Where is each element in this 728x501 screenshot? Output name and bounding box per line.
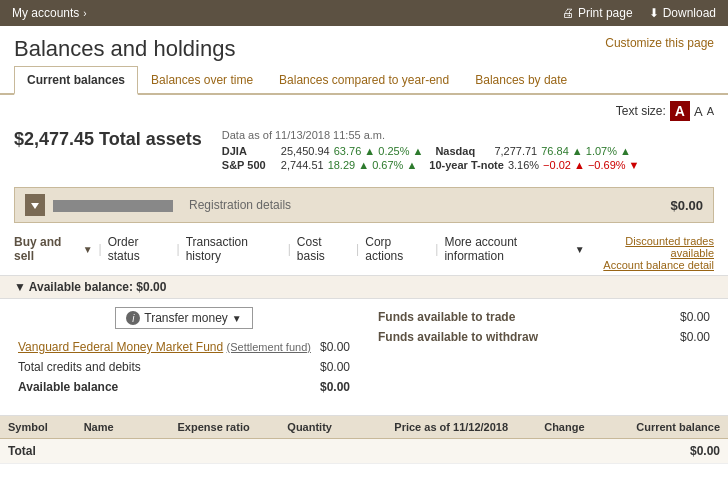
download-link[interactable]: ⬇ Download [649, 6, 716, 20]
fund-row: Vanguard Federal Money Market Fund (Sett… [14, 337, 354, 357]
more-info-arrow-icon: ▼ [575, 244, 585, 255]
text-size-small-btn[interactable]: A [707, 105, 714, 117]
nasdaq-label: Nasdaq [435, 145, 490, 157]
print-icon: 🖨 [562, 6, 574, 20]
account-dropdown-btn[interactable] [25, 194, 45, 216]
market-data: Data as of 11/13/2018 11:55 a.m. DJIA 25… [222, 129, 714, 173]
funds-to-trade-row: Funds available to trade $0.00 [374, 307, 714, 327]
tnote-label: 10-year T-note [429, 159, 504, 171]
avail-balance-value: $0.00 [316, 377, 354, 397]
discounted-trades-link[interactable]: Discounted trades available [625, 235, 714, 259]
col-current-balance: Current balance [593, 416, 728, 439]
djia-value: 25,450.94 [281, 145, 330, 157]
total-value: $0.00 [593, 439, 728, 464]
tabs-bar: Current balances Balances over time Bala… [0, 66, 728, 95]
transfer-arrow-icon: ▼ [232, 313, 242, 324]
account-balance-detail-link[interactable]: Account balance detail [603, 259, 714, 271]
cost-basis-link[interactable]: Cost basis [297, 235, 350, 263]
sep1: | [93, 242, 108, 256]
print-page-link[interactable]: 🖨 Print page [562, 6, 633, 20]
col-quantity: Quantity [258, 416, 340, 439]
customize-link[interactable]: Customize this page [605, 36, 714, 50]
avail-balance-label: Available balance [14, 377, 316, 397]
sep4: | [350, 242, 365, 256]
djia-label: DJIA [222, 145, 277, 157]
nasdaq-value: 7,277.71 [494, 145, 537, 157]
col-symbol: Symbol [0, 416, 76, 439]
account-bar [53, 200, 173, 212]
fund-table: Vanguard Federal Money Market Fund (Sett… [14, 337, 354, 397]
fund-name-link[interactable]: Vanguard Federal Money Market Fund [18, 340, 223, 354]
sep5: | [429, 242, 444, 256]
credits-debits-row: Total credits and debits $0.00 [14, 357, 354, 377]
action-links: Buy and sell ▼ | Order status | Transact… [14, 235, 585, 263]
corp-actions-link[interactable]: Corp actions [365, 235, 429, 263]
sep3: | [282, 242, 297, 256]
nasdaq-change: 76.84 ▲ 1.07% ▲ [541, 145, 631, 157]
tab-balances-compared[interactable]: Balances compared to year-end [266, 66, 462, 93]
tab-balances-over-time[interactable]: Balances over time [138, 66, 266, 93]
tab-current-balances[interactable]: Current balances [14, 66, 138, 95]
text-size-label: Text size: [616, 104, 666, 118]
nasdaq-item: Nasdaq 7,277.71 76.84 ▲ 1.07% ▲ [435, 145, 631, 157]
sp500-label: S&P 500 [222, 159, 277, 171]
tnote-item: 10-year T-note 3.16% −0.02 ▲ −0.69% ▼ [429, 159, 639, 171]
settlement-note: (Settlement fund) [227, 341, 311, 353]
text-size-large-btn[interactable]: A [670, 101, 690, 121]
registration-text: Registration details [189, 198, 291, 212]
available-balance-row: Available balance $0.00 [14, 377, 354, 397]
funds-to-withdraw-row: Funds available to withdraw $0.00 [374, 327, 714, 347]
sp500-change: 18.29 ▲ 0.67% ▲ [328, 159, 418, 171]
sp500-value: 2,744.51 [281, 159, 324, 171]
top-nav-actions: 🖨 Print page ⬇ Download [562, 6, 716, 20]
account-row: Registration details $0.00 [14, 187, 714, 223]
info-icon: i [126, 311, 140, 325]
breadcrumb-chevron: › [83, 8, 86, 19]
tnote-value: 3.16% [508, 159, 539, 171]
fund-value: $0.00 [316, 337, 354, 357]
balance-right: Funds available to trade $0.00 Funds ava… [374, 307, 714, 397]
download-icon: ⬇ [649, 6, 659, 20]
total-empty2 [138, 439, 258, 464]
djia-change: 63.76 ▲ 0.25% ▲ [334, 145, 424, 157]
action-right: Discounted trades available Account bala… [585, 235, 714, 271]
action-toolbar: Buy and sell ▼ | Order status | Transact… [0, 231, 728, 275]
tnote-change: −0.02 ▲ −0.69% ▼ [543, 159, 639, 171]
transaction-history-link[interactable]: Transaction history [186, 235, 282, 263]
text-size-medium-btn[interactable]: A [694, 104, 703, 119]
total-label: Total [0, 439, 76, 464]
col-change: Change [516, 416, 592, 439]
total-empty5 [516, 439, 592, 464]
transfer-row: i Transfer money ▼ [14, 307, 354, 329]
credits-debits-value: $0.00 [316, 357, 354, 377]
dropdown-arrow-icon [31, 203, 39, 209]
holdings-header-row: Symbol Name Expense ratio Quantity Price… [0, 416, 728, 439]
market-section: $2,477.45 Total assets Data as of 11/13/… [0, 123, 728, 179]
col-expense-ratio: Expense ratio [138, 416, 258, 439]
transfer-money-btn[interactable]: i Transfer money ▼ [115, 307, 253, 329]
more-account-info-link[interactable]: More account information ▼ [444, 235, 584, 263]
buy-sell-link[interactable]: Buy and sell ▼ [14, 235, 93, 263]
order-status-link[interactable]: Order status [108, 235, 171, 263]
available-balance-content: i Transfer money ▼ Vanguard Federal Mone… [0, 299, 728, 405]
holdings-total-row: Total $0.00 [0, 439, 728, 464]
market-row-1: DJIA 25,450.94 63.76 ▲ 0.25% ▲ Nasdaq 7,… [222, 145, 714, 157]
total-empty3 [258, 439, 340, 464]
page-header: Balances and holdings Customize this pag… [0, 26, 728, 66]
col-name: Name [76, 416, 138, 439]
sp500-item: S&P 500 2,744.51 18.29 ▲ 0.67% ▲ [222, 159, 418, 171]
djia-item: DJIA 25,450.94 63.76 ▲ 0.25% ▲ [222, 145, 424, 157]
my-accounts-label: My accounts [12, 6, 79, 20]
funds-to-trade-value: $0.00 [651, 307, 714, 327]
tab-balances-by-date[interactable]: Balances by date [462, 66, 580, 93]
my-accounts-link[interactable]: My accounts › [12, 6, 87, 20]
account-balance: $0.00 [670, 198, 703, 213]
holdings-section: Symbol Name Expense ratio Quantity Price… [0, 415, 728, 464]
page-title: Balances and holdings [14, 36, 235, 62]
col-price: Price as of 11/12/2018 [340, 416, 516, 439]
available-balance-header[interactable]: ▼ Available balance: $0.00 [0, 275, 728, 299]
sep2: | [171, 242, 186, 256]
account-name [53, 198, 181, 213]
funds-to-trade-label: Funds available to trade [374, 307, 651, 327]
text-size-controls: Text size: A A A [0, 95, 728, 123]
